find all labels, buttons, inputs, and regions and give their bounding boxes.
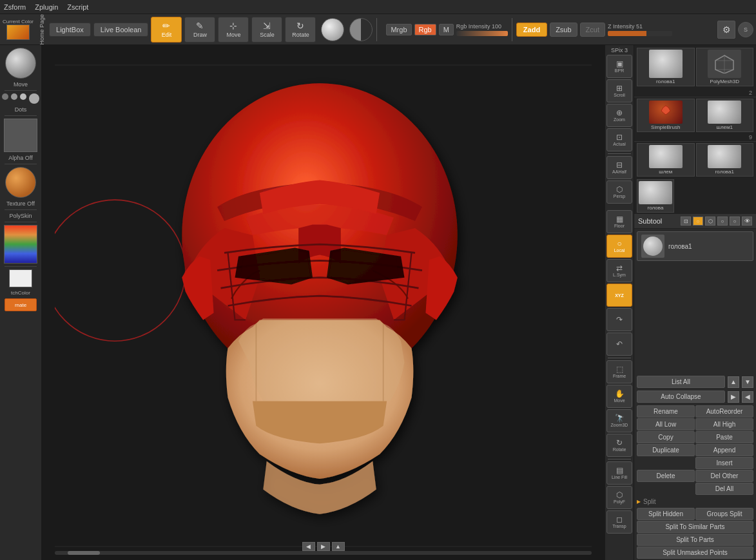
xyz-button[interactable]: XYZ <box>606 284 632 307</box>
list-all-button[interactable]: List All <box>637 376 725 388</box>
scroll-button[interactable]: ⊞ Scroll <box>606 79 632 102</box>
draw-button[interactable]: ✎ Draw <box>184 17 215 43</box>
tool-thumb-golova1b[interactable]: голова1 <box>696 143 754 177</box>
z-intensity-bar[interactable] <box>608 31 672 36</box>
actual-button[interactable]: ⊡ Actual <box>606 128 632 151</box>
tool-thumb-golova[interactable]: голова <box>637 179 674 213</box>
zsub-button[interactable]: Zsub <box>550 23 577 37</box>
scale-button[interactable]: ⇲ Scale <box>251 17 282 43</box>
subtool-toggle2[interactable]: ○ <box>693 217 703 226</box>
canvas-area[interactable]: ◀ ▶ ▲ <box>42 45 605 560</box>
list-up-arrow[interactable]: ▲ <box>728 376 739 388</box>
copy-button[interactable]: Copy <box>637 431 695 443</box>
brush-preview[interactable] <box>5 48 36 79</box>
tool-thumb-simplebrush[interactable]: SimpleBrush <box>637 99 695 132</box>
collapse-arrow[interactable]: ▶ <box>728 391 739 403</box>
subtool-item[interactable]: голова1 <box>637 231 753 261</box>
nav-left-arrow[interactable]: ◀ <box>302 542 315 551</box>
bpr-button[interactable]: ▣ BPR <box>606 55 632 78</box>
local-button[interactable]: ○ Local <box>606 235 632 258</box>
line-fill-label: Line Fill <box>612 475 627 479</box>
floor-button[interactable]: ▦ Floor <box>606 210 632 233</box>
rotate-c-button[interactable]: ↷ <box>606 308 632 331</box>
tool-label-golova1: голова1 <box>656 79 675 84</box>
rgb-intensity-bar[interactable] <box>456 31 508 36</box>
subtool-toggle4[interactable]: ○ <box>717 217 728 226</box>
split-similar-parts-button[interactable]: Split To Similar Parts <box>637 521 753 533</box>
edit-button[interactable]: ✏ Edit <box>151 17 182 43</box>
canvas-scrollbar[interactable] <box>55 551 592 555</box>
mrgb-button[interactable]: Mrgb <box>386 24 411 35</box>
split-to-parts-button[interactable]: Split To Parts <box>637 534 753 546</box>
aahalf-button[interactable]: ⊟ AAHalf <box>606 156 632 179</box>
material-preview[interactable] <box>321 18 344 41</box>
dot4[interactable] <box>29 93 39 104</box>
move-button[interactable]: ⊹ Move <box>218 17 249 43</box>
zadd-button[interactable]: Zadd <box>516 23 547 37</box>
tool-thumb-polymesh[interactable]: PolyMesh3D <box>696 48 754 86</box>
list-down-arrow[interactable]: ▼ <box>742 376 753 388</box>
left-sep2 <box>5 115 37 116</box>
paste-button[interactable]: Paste <box>695 431 753 443</box>
alternate-button[interactable]: rnate <box>5 298 37 311</box>
auto-collapse-button[interactable]: Auto Collapse <box>637 391 725 403</box>
zoom3d-button[interactable]: 🔭 Zoom3D <box>606 409 632 432</box>
settings-icon[interactable]: ⚙ <box>717 21 735 39</box>
color-gradient[interactable] <box>4 225 37 264</box>
lsym-button[interactable]: ⇄ L.Sym <box>606 259 632 282</box>
m-button[interactable]: M <box>439 24 454 35</box>
persp-button[interactable]: ⬡ Persp <box>606 180 632 204</box>
menu-zscript[interactable]: Zscript <box>67 3 88 11</box>
rotate-3d-button[interactable]: ↻ Rotate <box>606 434 632 457</box>
all-high-button[interactable]: All High <box>695 418 753 430</box>
tool-thumb-shlem1[interactable]: шлем1 <box>696 99 754 132</box>
rotate-cc-button[interactable]: ↶ <box>606 333 632 356</box>
tool-thumb-shlem[interactable]: шлем <box>637 143 695 177</box>
right-tool-panel: SPix 3 ▣ BPR ⊞ Scroll ⊕ Zoom ⊡ Actual ⊟ … <box>605 45 634 560</box>
groups-split-button[interactable]: Groups Split <box>695 508 753 520</box>
lightbox-button[interactable]: LightBox <box>49 23 91 37</box>
symmetry-button[interactable]: S <box>738 22 753 37</box>
nav-up-arrow[interactable]: ▲ <box>332 542 345 551</box>
collapse-arrow2[interactable]: ◀ <box>742 391 753 403</box>
all-low-button[interactable]: All Low <box>637 418 695 430</box>
zoom-label: Zoom <box>614 117 625 122</box>
rotate-button[interactable]: ↻ Rotate <box>285 17 316 43</box>
subtool-eye-icon[interactable]: 👁 <box>742 217 752 226</box>
line-fill-button[interactable]: ▤ Line Fill <box>606 461 632 485</box>
subtool-toggle1[interactable]: ⊡ <box>681 217 691 226</box>
subtool-toggle5[interactable]: ○ <box>730 217 740 226</box>
split-hidden-button[interactable]: Split Hidden <box>637 508 695 520</box>
dot1[interactable] <box>2 93 8 100</box>
append-button[interactable]: Append <box>695 444 753 456</box>
tool-thumb-golova1[interactable]: голова1 <box>637 48 695 86</box>
del-all-button[interactable]: Del All <box>695 483 753 495</box>
nav-right-arrow[interactable]: ▶ <box>317 542 330 551</box>
polyf-button[interactable]: ⬡ PolyF <box>606 486 632 509</box>
alpha-box[interactable] <box>4 119 37 152</box>
insert-button[interactable]: Insert <box>695 457 753 469</box>
rename-button[interactable]: Rename <box>637 405 695 418</box>
menu-zplugin[interactable]: Zplugin <box>35 3 58 11</box>
canvas-inner[interactable] <box>55 64 592 547</box>
del-other-button[interactable]: Del Other <box>695 470 753 482</box>
frame-button[interactable]: ⬚ Frame <box>606 360 632 383</box>
dot3[interactable] <box>20 93 26 100</box>
live-boolean-button[interactable]: Live Boolean <box>93 23 149 37</box>
polyskin-preview[interactable] <box>5 167 36 198</box>
zcut-button[interactable]: Zcut <box>580 23 605 37</box>
delete-button[interactable]: Delete <box>637 470 695 482</box>
current-color-swatch[interactable] <box>6 24 30 40</box>
split-unmasked-points-button[interactable]: Split Unmasked Points <box>637 546 753 559</box>
rgb-button[interactable]: Rgb <box>414 24 436 35</box>
menu-zsform[interactable]: Zsform <box>4 3 26 11</box>
half-sphere-preview[interactable] <box>349 18 373 41</box>
switch-color-box[interactable] <box>9 269 32 287</box>
auto-reorder-button[interactable]: AutoReorder <box>695 405 753 418</box>
duplicate-button[interactable]: Duplicate <box>637 444 695 456</box>
zoom-button[interactable]: ⊕ Zoom <box>606 104 632 127</box>
transp-button[interactable]: ◻ Transp <box>606 510 632 534</box>
move-3d-button[interactable]: ✋ Move <box>606 385 632 408</box>
subtool-toggle3[interactable]: ⬡ <box>705 217 715 226</box>
dot2[interactable] <box>11 93 17 100</box>
